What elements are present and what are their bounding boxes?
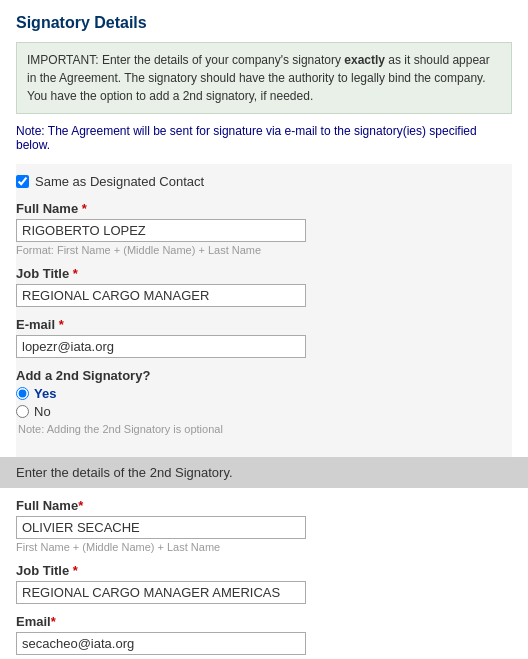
email-2-group: Email* — [16, 614, 512, 655]
email-2-required: * — [51, 614, 56, 629]
full-name-2-label: Full Name* — [16, 498, 512, 513]
yes-radio-label[interactable]: Yes — [34, 386, 56, 401]
job-title-group: Job Title * — [16, 266, 512, 307]
page-wrapper: Signatory Details IMPORTANT: Enter the d… — [0, 0, 528, 659]
yes-radio-row: Yes — [16, 386, 512, 401]
full-name-2-group: Full Name* First Name + (Middle Name) + … — [16, 498, 512, 553]
job-title-required: * — [73, 266, 78, 281]
same-as-contact-row: Same as Designated Contact — [16, 174, 512, 189]
no-radio-label[interactable]: No — [34, 404, 51, 419]
full-name-hint: Format: First Name + (Middle Name) + Las… — [16, 244, 512, 256]
second-signatory-note: Note: Adding the 2nd Signatory is option… — [18, 423, 512, 435]
email-label: E-mail * — [16, 317, 512, 332]
important-note: IMPORTANT: Enter the details of your com… — [16, 42, 512, 114]
full-name-2-input[interactable] — [16, 516, 306, 539]
full-name-required: * — [82, 201, 87, 216]
full-name-2-hint: First Name + (Middle Name) + Last Name — [16, 541, 512, 553]
full-name-input[interactable] — [16, 219, 306, 242]
important-bold: exactly — [344, 53, 385, 67]
no-radio[interactable] — [16, 405, 29, 418]
job-title-2-required: * — [73, 563, 78, 578]
page-title: Signatory Details — [16, 14, 512, 32]
second-signatory-divider: Enter the details of the 2nd Signatory. — [0, 457, 528, 488]
add-second-signatory-group: Add a 2nd Signatory? Yes No Note: Adding… — [16, 368, 512, 435]
second-signatory-section: Full Name* First Name + (Middle Name) + … — [16, 488, 512, 655]
full-name-group: Full Name * Format: First Name + (Middle… — [16, 201, 512, 256]
second-signatory-radio-group: Yes No — [16, 386, 512, 419]
yes-radio[interactable] — [16, 387, 29, 400]
job-title-2-label: Job Title * — [16, 563, 512, 578]
full-name-label: Full Name * — [16, 201, 512, 216]
email-2-input[interactable] — [16, 632, 306, 655]
same-as-contact-checkbox[interactable] — [16, 175, 29, 188]
important-prefix: IMPORTANT: Enter the details of your com… — [27, 53, 344, 67]
job-title-2-group: Job Title * — [16, 563, 512, 604]
email-2-label: Email* — [16, 614, 512, 629]
second-signatory-header: Enter the details of the 2nd Signatory. — [16, 465, 233, 480]
job-title-input[interactable] — [16, 284, 306, 307]
job-title-label: Job Title * — [16, 266, 512, 281]
job-title-2-input[interactable] — [16, 581, 306, 604]
full-name-2-required: * — [78, 498, 83, 513]
email-group: E-mail * — [16, 317, 512, 358]
blue-note: Note: The Agreement will be sent for sig… — [16, 124, 512, 152]
same-as-contact-label[interactable]: Same as Designated Contact — [35, 174, 204, 189]
email-input[interactable] — [16, 335, 306, 358]
main-content: Signatory Details IMPORTANT: Enter the d… — [0, 0, 528, 659]
no-radio-row: No — [16, 404, 512, 419]
email-required: * — [59, 317, 64, 332]
add-second-signatory-label: Add a 2nd Signatory? — [16, 368, 512, 383]
first-section: Same as Designated Contact Full Name * F… — [16, 164, 512, 457]
